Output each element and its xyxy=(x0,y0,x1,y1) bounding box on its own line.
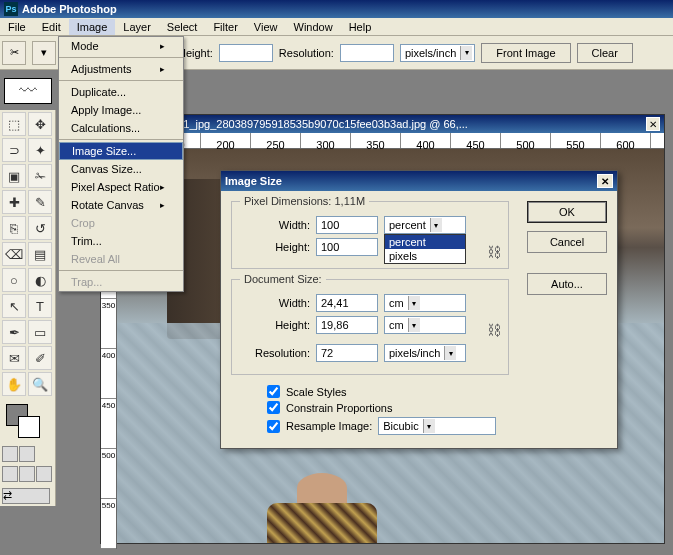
resolution-input[interactable] xyxy=(340,44,394,62)
quickmask-icon[interactable] xyxy=(19,446,35,462)
brush-tool-icon[interactable]: ✎ xyxy=(28,190,52,214)
pixel-width-input[interactable] xyxy=(316,216,378,234)
document-titlebar[interactable]: com_id19245091_jpg_280389795918535b9070c… xyxy=(101,115,664,133)
dialog-title: Image Size xyxy=(225,175,282,187)
path-tool-icon[interactable]: ↖ xyxy=(2,294,26,318)
unit-option-pixels[interactable]: pixels xyxy=(385,249,465,263)
menu-file[interactable]: File xyxy=(0,19,34,35)
menu-item-trim[interactable]: Trim... xyxy=(59,232,183,250)
menu-help[interactable]: Help xyxy=(341,19,380,35)
pen-tool-icon[interactable]: ✒ xyxy=(2,320,26,344)
move-tool-icon[interactable]: ✥ xyxy=(28,112,52,136)
resolution-unit-select[interactable]: pixels/inch▾ xyxy=(384,344,466,362)
doc-height-unit-select[interactable]: cm▾ xyxy=(384,316,466,334)
link-icon[interactable]: ⛓ xyxy=(486,310,502,350)
menu-item-image-size[interactable]: Image Size... xyxy=(59,142,183,160)
resolution-label: Resolution: xyxy=(279,47,334,59)
crop-tool-icon[interactable]: ▣ xyxy=(2,164,26,188)
menu-item-adjustments[interactable]: Adjustments xyxy=(59,60,183,78)
pixel-width-unit-select[interactable]: percent▾ percent pixels xyxy=(384,216,466,234)
close-icon[interactable]: ✕ xyxy=(646,117,660,131)
jump-to-icon[interactable]: ⇄ xyxy=(2,488,50,504)
menu-view[interactable]: View xyxy=(246,19,286,35)
options-dropdown-icon[interactable]: ▾ xyxy=(32,41,56,65)
chevron-down-icon: ▾ xyxy=(460,46,472,60)
doc-height-input[interactable] xyxy=(316,316,378,334)
healing-tool-icon[interactable]: ✚ xyxy=(2,190,26,214)
image-menu-dropdown: Mode Adjustments Duplicate... Apply Imag… xyxy=(58,36,184,292)
height-input[interactable] xyxy=(219,44,273,62)
menu-item-pixel-aspect[interactable]: Pixel Aspect Ratio xyxy=(59,178,183,196)
eraser-tool-icon[interactable]: ⌫ xyxy=(2,242,26,266)
resolution-label: Resolution: xyxy=(240,347,310,359)
front-image-button[interactable]: Front Image xyxy=(481,43,570,63)
crop-tool-icon[interactable]: ✂ xyxy=(2,41,26,65)
marquee-tool-icon[interactable]: ⬚ xyxy=(2,112,26,136)
pixel-dimensions-group: Pixel Dimensions: 1,11M Width: percent▾ … xyxy=(231,201,509,269)
stamp-tool-icon[interactable]: ⎘ xyxy=(2,216,26,240)
menu-item-mode[interactable]: Mode xyxy=(59,37,183,55)
screen-mode-row xyxy=(2,466,53,482)
chevron-down-icon: ▾ xyxy=(408,318,420,332)
screen-mode-1-icon[interactable] xyxy=(2,466,18,482)
lasso-tool-icon[interactable]: ⊃ xyxy=(2,138,26,162)
resample-image-checkbox[interactable]: Resample Image: Bicubic▾ xyxy=(267,417,607,435)
gradient-tool-icon[interactable]: ▤ xyxy=(28,242,52,266)
background-swatch[interactable] xyxy=(18,416,40,438)
screen-mode-2-icon[interactable] xyxy=(19,466,35,482)
tools-panel: ⬚✥ ⊃✦ ▣✁ ✚✎ ⎘↺ ⌫▤ ○◐ ↖T ✒▭ ✉✐ ✋🔍 ⇄ xyxy=(0,110,56,506)
dialog-titlebar[interactable]: Image Size ✕ xyxy=(221,171,617,191)
ruler-horizontal: 100150200250300350400450500550600 xyxy=(101,133,664,149)
resolution-input[interactable] xyxy=(316,344,378,362)
menu-filter[interactable]: Filter xyxy=(205,19,245,35)
chevron-down-icon: ▾ xyxy=(408,296,420,310)
document-size-legend: Document Size: xyxy=(240,273,326,285)
eyedropper-icon[interactable]: ✐ xyxy=(28,346,52,370)
zoom-tool-icon[interactable]: 🔍 xyxy=(28,372,52,396)
notes-tool-icon[interactable]: ✉ xyxy=(2,346,26,370)
cancel-button[interactable]: Cancel xyxy=(527,231,607,253)
app-title: Adobe Photoshop xyxy=(22,3,117,15)
resample-method-select[interactable]: Bicubic▾ xyxy=(378,417,496,435)
app-icon: Ps xyxy=(4,2,18,16)
type-tool-icon[interactable]: T xyxy=(28,294,52,318)
chevron-down-icon: ▾ xyxy=(423,419,435,433)
menu-item-rotate-canvas[interactable]: Rotate Canvas xyxy=(59,196,183,214)
color-swatches[interactable] xyxy=(2,402,53,442)
menu-window[interactable]: Window xyxy=(286,19,341,35)
menu-image[interactable]: Image xyxy=(69,19,116,35)
hand-tool-icon[interactable]: ✋ xyxy=(2,372,26,396)
auto-button[interactable]: Auto... xyxy=(527,273,607,295)
quickmask-row xyxy=(2,446,53,462)
unit-option-percent[interactable]: percent xyxy=(385,235,465,249)
resolution-unit-select[interactable]: pixels/inch▾ xyxy=(400,44,475,62)
close-icon[interactable]: ✕ xyxy=(597,174,613,188)
link-icon[interactable]: ⛓ xyxy=(486,232,502,272)
screen-mode-3-icon[interactable] xyxy=(36,466,52,482)
menu-item-canvas-size[interactable]: Canvas Size... xyxy=(59,160,183,178)
history-brush-icon[interactable]: ↺ xyxy=(28,216,52,240)
menu-item-trap: Trap... xyxy=(59,273,183,291)
doc-width-unit-select[interactable]: cm▾ xyxy=(384,294,466,312)
constrain-proportions-checkbox[interactable]: Constrain Proportions xyxy=(267,401,607,414)
menu-layer[interactable]: Layer xyxy=(115,19,159,35)
clear-button[interactable]: Clear xyxy=(577,43,633,63)
chevron-down-icon: ▾ xyxy=(444,346,456,360)
ok-button[interactable]: OK xyxy=(527,201,607,223)
menu-item-apply-image[interactable]: Apply Image... xyxy=(59,101,183,119)
menu-edit[interactable]: Edit xyxy=(34,19,69,35)
blur-tool-icon[interactable]: ○ xyxy=(2,268,26,292)
pixel-height-input[interactable] xyxy=(316,238,378,256)
shape-tool-icon[interactable]: ▭ xyxy=(28,320,52,344)
scale-styles-checkbox[interactable]: Scale Styles xyxy=(267,385,607,398)
slice-tool-icon[interactable]: ✁ xyxy=(28,164,52,188)
menu-select[interactable]: Select xyxy=(159,19,206,35)
menu-item-duplicate[interactable]: Duplicate... xyxy=(59,83,183,101)
standard-mode-icon[interactable] xyxy=(2,446,18,462)
dodge-tool-icon[interactable]: ◐ xyxy=(28,268,52,292)
doc-width-input[interactable] xyxy=(316,294,378,312)
menu-item-calculations[interactable]: Calculations... xyxy=(59,119,183,137)
menu-item-reveal-all: Reveal All xyxy=(59,250,183,268)
pixel-dimensions-legend: Pixel Dimensions: 1,11M xyxy=(240,195,369,207)
wand-tool-icon[interactable]: ✦ xyxy=(28,138,52,162)
